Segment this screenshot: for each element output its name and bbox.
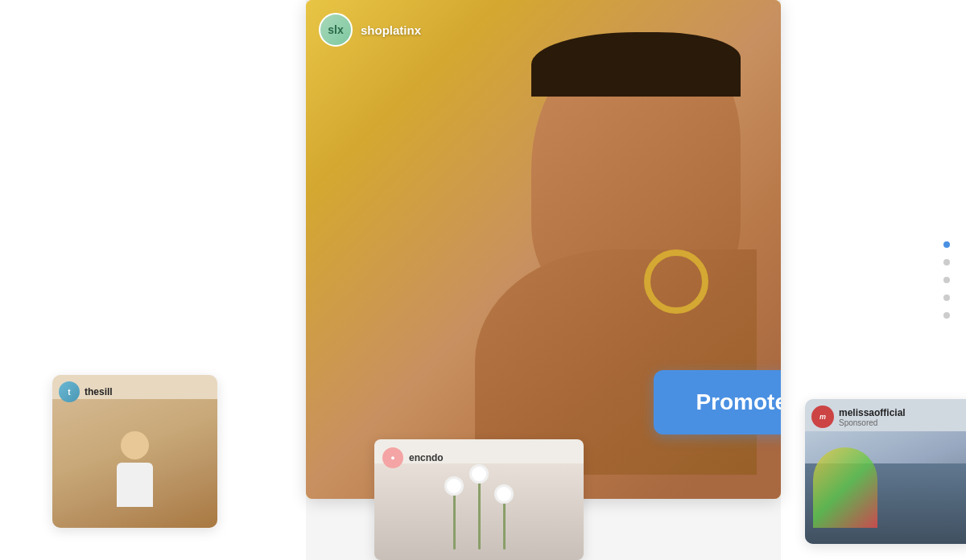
nav-dot-5[interactable]: [943, 312, 950, 319]
child-head: [121, 431, 149, 459]
nav-dot-2[interactable]: [943, 259, 950, 266]
hair-shape: [531, 32, 741, 97]
thesill-avatar[interactable]: t: [59, 381, 80, 402]
flower-head-1: [447, 479, 461, 493]
melissa-avatar[interactable]: m: [811, 406, 834, 428]
melissa-card: m melissaofficial Sponsored: [805, 399, 966, 544]
child-body: [117, 463, 153, 507]
child-figure: [111, 431, 159, 512]
main-username: shoplatinx: [361, 23, 421, 37]
flower-stem-2: [478, 481, 481, 550]
earring: [644, 249, 708, 314]
flower-stem-1: [453, 493, 456, 550]
thesill-visual: [52, 399, 217, 528]
thesill-username: thesill: [85, 386, 113, 397]
flower-stem-3: [503, 501, 506, 550]
melissa-sponsored-label: Sponsored: [839, 418, 906, 427]
promote-button[interactable]: Promote: [654, 370, 781, 434]
main-avatar[interactable]: slx: [319, 13, 353, 47]
flowers-card: ● encndo: [374, 439, 584, 560]
page-container: slx shoplatinx Promote ● encndo: [0, 0, 966, 560]
nav-dot-1[interactable]: [943, 241, 950, 248]
nav-dot-3[interactable]: [943, 277, 950, 283]
main-post-header: slx shoplatinx: [319, 13, 421, 47]
main-post-card: slx shoplatinx Promote: [306, 0, 781, 499]
thesill-header: t thesill: [59, 381, 113, 402]
flower-head-3: [497, 487, 511, 501]
flowers-card-header: ● encndo: [382, 447, 444, 468]
nav-dots: [943, 241, 950, 319]
flowers-avatar[interactable]: ●: [382, 447, 403, 468]
flowers-username: encndo: [409, 452, 444, 463]
nav-dot-4[interactable]: [943, 294, 950, 301]
flowers-visual: [374, 463, 584, 560]
flower-head-2: [472, 467, 486, 481]
melissa-visual: [805, 431, 966, 544]
thesill-card: t thesill: [52, 375, 217, 528]
melissa-header: m melissaofficial Sponsored: [811, 406, 906, 428]
accessories-visual: [813, 447, 877, 528]
melissa-username: melissaofficial: [839, 407, 906, 418]
melissa-name-block: melissaofficial Sponsored: [839, 407, 906, 427]
